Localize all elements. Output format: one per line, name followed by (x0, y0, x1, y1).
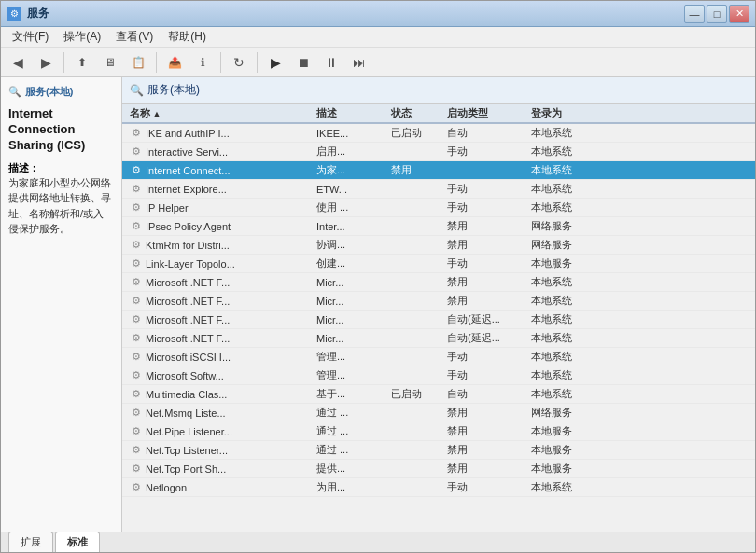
service-name-text: IPsec Policy Agent (146, 221, 231, 232)
new-window-button[interactable]: 📋 (125, 50, 151, 75)
service-startup-cell: 禁用 (443, 424, 527, 438)
service-name-text: Microsoft .NET F... (146, 314, 230, 325)
col-header-startup[interactable]: 启动类型 (443, 106, 527, 120)
service-name-cell: ⚙Net.Msmq Liste... (126, 407, 313, 420)
table-row[interactable]: ⚙Microsoft iSCSI I...管理...手动本地系统 (122, 348, 755, 366)
restart-button[interactable]: ⏭ (346, 50, 372, 75)
service-name-text: IP Helper (146, 202, 189, 214)
properties-button[interactable]: ℹ (189, 50, 216, 75)
service-logon-cell: 本地系统 (527, 368, 602, 382)
service-name-cell: ⚙Internet Explore... (126, 183, 313, 196)
service-startup-cell: 禁用 (443, 462, 527, 476)
service-logon-cell: 本地服务 (527, 424, 602, 438)
menu-file[interactable]: 文件(F) (5, 27, 56, 47)
col-header-name[interactable]: 名称 (126, 106, 313, 120)
toolbar-sep-1 (63, 52, 64, 73)
service-name-cell: ⚙Net.Tcp Listener... (126, 444, 313, 457)
play-button[interactable]: ▶ (262, 50, 288, 75)
service-icon: ⚙ (130, 127, 143, 140)
tab-standard[interactable]: 标准 (55, 532, 100, 552)
service-desc-cell: 使用 ... (313, 200, 387, 214)
service-desc-cell: 基于... (313, 387, 387, 401)
menu-bar: 文件(F) 操作(A) 查看(V) 帮助(H) (1, 27, 755, 48)
right-panel-scope-icon: 🔍 (130, 84, 144, 97)
minimize-button[interactable]: — (684, 5, 705, 23)
tab-extended[interactable]: 扩展 (8, 532, 53, 552)
left-panel-header: 🔍 服务(本地) (8, 85, 114, 99)
table-row[interactable]: ⚙Net.Msmq Liste...通过 ...禁用网络服务 (122, 404, 755, 422)
service-name-cell: ⚙Multimedia Clas... (126, 388, 313, 401)
service-startup-cell: 手动 (443, 350, 527, 364)
service-logon-cell: 网络服务 (527, 219, 602, 233)
service-icon: ⚙ (130, 220, 143, 233)
table-row[interactable]: ⚙Net.Tcp Port Sh...提供...禁用本地服务 (122, 460, 755, 478)
description-text: 为家庭和小型办公网络提供网络地址转换、寻址、名称解析和/或入侵保护服务。 (8, 175, 114, 237)
service-logon-cell: 本地系统 (527, 350, 602, 364)
menu-help[interactable]: 帮助(H) (161, 27, 214, 47)
table-body[interactable]: ⚙IKE and AuthIP I...IKEE...已启动自动本地系统⚙Int… (122, 124, 755, 532)
pause-button[interactable]: ⏸ (318, 50, 344, 75)
service-startup-cell: 手动 (443, 200, 527, 214)
table-row[interactable]: ⚙KtmRm for Distri...协调...禁用网络服务 (122, 236, 755, 255)
service-icon: ⚙ (130, 388, 143, 401)
back-button[interactable]: ◀ (5, 50, 31, 75)
export-button[interactable]: 📤 (161, 50, 188, 75)
service-startup-cell: 禁用 (443, 238, 527, 252)
table-row[interactable]: ⚙Microsoft .NET F...Micr...禁用本地系统 (122, 273, 755, 292)
stop-button[interactable]: ⏹ (290, 50, 316, 75)
table-row[interactable]: ⚙Net.Tcp Listener...通过 ...禁用本地服务 (122, 441, 755, 460)
app-icon: ⚙ (7, 7, 21, 21)
service-icon: ⚙ (130, 463, 143, 476)
service-desc-cell: 提供... (313, 462, 387, 476)
forward-button[interactable]: ▶ (33, 50, 59, 75)
table-row[interactable]: ⚙Netlogon为用...手动本地系统 (122, 478, 755, 497)
refresh-button[interactable]: ↻ (226, 50, 252, 75)
table-row[interactable]: ⚙IKE and AuthIP I...IKEE...已启动自动本地系统 (122, 124, 755, 143)
table-row[interactable]: ⚙Microsoft .NET F...Micr...自动(延迟...本地系统 (122, 329, 755, 348)
col-header-description[interactable]: 描述 (313, 106, 387, 120)
menu-action[interactable]: 操作(A) (56, 27, 108, 47)
service-desc-cell: 通过 ... (313, 424, 387, 438)
table-row[interactable]: ⚙Link-Layer Topolo...创建...手动本地服务 (122, 255, 755, 273)
service-startup-cell: 自动(延迟... (443, 312, 527, 326)
service-icon: ⚙ (130, 201, 143, 214)
service-logon-cell: 网络服务 (527, 238, 602, 252)
service-desc-cell: 通过 ... (313, 406, 387, 420)
table-row[interactable]: ⚙Microsoft .NET F...Micr...自动(延迟...本地系统 (122, 311, 755, 329)
show-console-button[interactable]: 🖥 (97, 50, 123, 75)
table-row[interactable]: ⚙Multimedia Clas...基于...已启动自动本地系统 (122, 385, 755, 404)
service-icon: ⚙ (130, 369, 143, 382)
service-startup-cell: 禁用 (443, 443, 527, 457)
table-row[interactable]: ⚙IPsec Policy AgentInter...禁用网络服务 (122, 217, 755, 236)
toolbar-sep-2 (156, 52, 157, 73)
up-button[interactable]: ⬆ (69, 50, 95, 75)
service-logon-cell: 本地系统 (527, 387, 602, 401)
menu-view[interactable]: 查看(V) (108, 27, 161, 47)
bottom-tabs: 扩展 标准 (1, 532, 755, 552)
service-icon: ⚙ (130, 481, 143, 494)
service-desc-cell: 管理... (313, 350, 387, 364)
maximize-button[interactable]: □ (707, 5, 727, 23)
service-icon: ⚙ (130, 295, 143, 308)
table-row[interactable]: ⚙Internet Explore...ETW...手动本地系统 (122, 180, 755, 199)
service-startup-cell: 禁用 (443, 219, 527, 233)
col-header-status[interactable]: 状态 (387, 106, 443, 120)
table-row[interactable]: ⚙Microsoft Softw...管理...手动本地系统 (122, 366, 755, 385)
service-desc-cell: Micr... (313, 296, 387, 307)
table-row[interactable]: ⚙IP Helper使用 ...手动本地系统 (122, 199, 755, 217)
title-buttons: — □ ✕ (684, 5, 749, 23)
service-logon-cell: 本地服务 (527, 256, 602, 270)
table-row[interactable]: ⚙Interactive Servi...启用...手动本地系统 (122, 143, 755, 161)
service-startup-cell: 手动 (443, 182, 527, 196)
service-logon-cell: 网络服务 (527, 406, 602, 420)
service-name-text: Link-Layer Topolo... (146, 258, 235, 270)
service-name-text: Microsoft iSCSI I... (146, 352, 231, 363)
service-name-cell: ⚙Microsoft .NET F... (126, 295, 313, 308)
col-header-logon[interactable]: 登录为 (527, 106, 602, 120)
table-row[interactable]: ⚙Internet Connect...为家...禁用本地系统 (122, 161, 755, 180)
close-button[interactable]: ✕ (729, 5, 749, 23)
service-desc-cell: 创建... (313, 256, 387, 270)
table-row[interactable]: ⚙Microsoft .NET F...Micr...禁用本地系统 (122, 292, 755, 311)
service-name-text: Internet Connect... (146, 165, 231, 176)
table-row[interactable]: ⚙Net.Pipe Listener...通过 ...禁用本地服务 (122, 422, 755, 441)
